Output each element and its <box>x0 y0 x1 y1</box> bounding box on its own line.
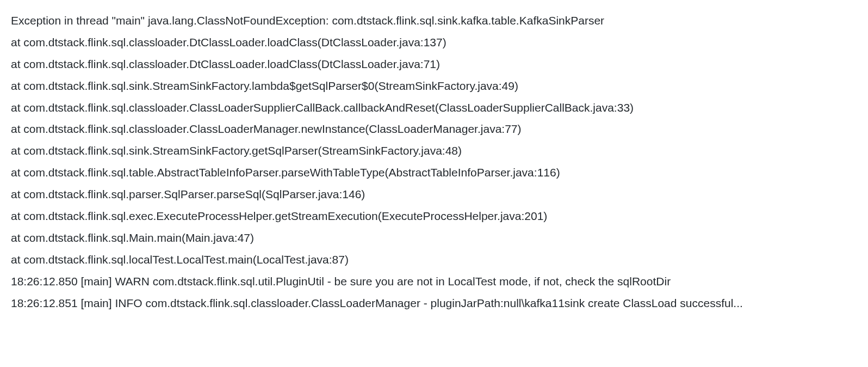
log-warn-line: 18:26:12.850 [main] WARN com.dtstack.fli… <box>11 271 857 292</box>
stack-frame: at com.dtstack.flink.sql.Main.main(Main.… <box>11 227 857 249</box>
stack-frame: at com.dtstack.flink.sql.sink.StreamSink… <box>11 140 857 162</box>
log-info-line: 18:26:12.851 [main] INFO com.dtstack.fli… <box>11 292 857 314</box>
stack-frame: at com.dtstack.flink.sql.table.AbstractT… <box>11 162 857 184</box>
stack-frame: at com.dtstack.flink.sql.classloader.DtC… <box>11 53 857 75</box>
exception-header: Exception in thread "main" java.lang.Cla… <box>11 10 857 32</box>
stack-frame: at com.dtstack.flink.sql.classloader.Cla… <box>11 118 857 140</box>
stack-frame: at com.dtstack.flink.sql.sink.StreamSink… <box>11 75 857 97</box>
stack-trace-block: Exception in thread "main" java.lang.Cla… <box>11 10 857 314</box>
stack-frame: at com.dtstack.flink.sql.exec.ExecutePro… <box>11 205 857 227</box>
stack-frame: at com.dtstack.flink.sql.classloader.DtC… <box>11 32 857 53</box>
stack-frame: at com.dtstack.flink.sql.classloader.Cla… <box>11 97 857 119</box>
stack-frame: at com.dtstack.flink.sql.localTest.Local… <box>11 249 857 271</box>
stack-frame: at com.dtstack.flink.sql.parser.SqlParse… <box>11 184 857 205</box>
